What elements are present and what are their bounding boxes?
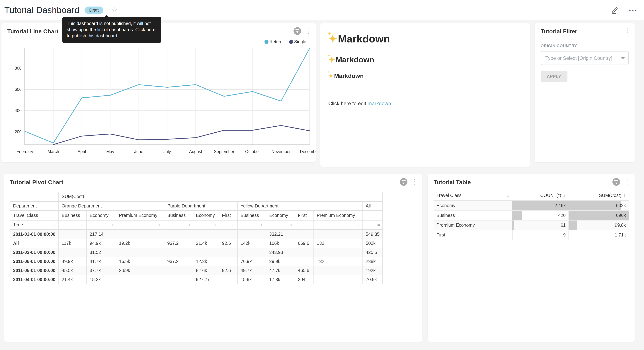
favorite-star-icon[interactable]: ☆ [112,6,118,14]
markdown-h1: ✦✦Markdown [328,33,522,45]
kebab-menu-icon[interactable]: ⋮ [412,179,418,185]
sort-icon[interactable]: ↓↑ [213,222,216,227]
legend-dot [289,40,293,44]
markdown-h2: ✦✦Markdown [328,55,522,64]
sort-carets-icon[interactable]: ⇕ [563,194,566,198]
pivot-sort-cell: ↓↑ [193,220,219,230]
pivot-value-cell: 92.6 [219,266,238,275]
sort-icon[interactable]: ↓↑ [232,222,234,227]
sort-carets-icon[interactable]: ⇕ [623,194,626,198]
pivot-value-cell [164,266,193,275]
pivot-value-cell [295,257,314,266]
markdown-edit-link[interactable]: markdown [368,100,391,106]
pivot-value-cell: 425.5 [363,248,382,257]
sort-icon[interactable]: ↓↑ [53,222,56,227]
pivot-value-cell: 2.69k [116,266,164,275]
pivot-value-cell: 502k [363,239,382,248]
pivot-value-cell: 19.2k [116,239,164,248]
pivot-sort-cell: ↓↑ [58,220,86,230]
pivot-row-dimension: Time↓↑ [10,220,58,230]
svg-text:December: December [300,149,316,154]
sort-carets-icon[interactable]: ⇕ [506,194,510,198]
pivot-sort-cell: ↓≡ [363,220,382,230]
sort-icon[interactable]: ↓↑ [357,222,360,227]
svg-text:February: February [16,149,34,154]
kebab-menu-icon[interactable]: ⋮ [624,27,630,33]
sparkles-icon: ✦✦ [328,56,335,64]
filter-card: Tutorial Filter ⋮ ORIGIN COUNTRY Type or… [535,23,634,162]
chart-legend: ReturnSingle [264,39,306,44]
legend-item-return[interactable]: Return [264,39,282,44]
sum-cell: 696k [568,210,629,220]
count-cell: 61 [512,220,568,230]
line-chart[interactable]: 200400600800FebruaryMarchAprilMayJuneJul… [2,46,316,159]
pivot-data-row: 2011-04-01 00:00:0021.4k15.2k927.7715.9k… [10,275,382,284]
table-row: First91.71k [434,230,629,240]
pivot-value-cell [314,275,363,284]
sort-desc-active-icon[interactable]: ↓≡ [377,222,380,227]
travel-class-cell: First [434,230,512,240]
pivot-table: SUM(Cost)DepartmentOrange DepartmentPurp… [10,192,383,284]
pivot-value-cell: 81.52 [86,248,116,257]
pivot-value-cell: 94.9k [86,239,116,248]
edit-pencil-icon[interactable] [611,6,619,14]
col-header-travel-class[interactable]: Travel Class⇕ [434,191,512,200]
col-header-count[interactable]: COUNT(*)⇕ [512,191,568,200]
sort-icon[interactable]: ↓↑ [260,222,263,227]
pivot-column-header: Premium Economy [314,211,363,220]
pivot-sort-cell: ↓↑ [314,220,363,230]
cross-filter-icon[interactable] [400,178,408,186]
pivot-value-cell [314,230,363,239]
pivot-value-cell: 217.14 [86,230,116,239]
pivot-value-cell [238,248,266,257]
draft-badge[interactable]: Draft [84,6,104,14]
count-cell: 420 [512,210,568,220]
sort-icon[interactable]: ↓↑ [187,222,190,227]
col-header-sum[interactable]: SUM(Cost)⇕ [568,191,629,200]
svg-text:600: 600 [15,87,22,92]
apply-button[interactable]: APPLY [540,71,568,82]
pivot-value-cell: 37.7k [86,266,116,275]
pivot-data-row: All117k94.9k19.2k937.221.4k92.6142k106k6… [10,239,382,248]
sum-cell: 99.8k [568,220,629,230]
legend-label: Single [294,39,306,44]
table-row: Economy2.46k602k [434,200,629,210]
pivot-value-cell [219,230,238,239]
pivot-column-header [363,211,382,220]
svg-text:May: May [106,149,114,154]
pivot-value-cell [164,230,193,239]
sum-cell: 1.71k [568,230,629,240]
svg-text:800: 800 [15,66,22,70]
pivot-value-cell: 92.6 [219,239,238,248]
pivot-column-header: Economy [266,211,295,220]
table-row: Business420696k [434,210,629,220]
legend-item-single[interactable]: Single [289,39,306,44]
origin-country-select[interactable]: Type or Select [Origin Country] [540,51,629,65]
pivot-column-header: Business [164,211,193,220]
pivot-metric-row: SUM(Cost) [10,192,382,201]
pivot-value-cell: 8.16k [193,266,219,275]
pivot-sort-cell: ↓↑ [116,220,164,230]
count-cell: 2.46k [512,200,568,210]
pivot-column-header: Economy [193,211,219,220]
sort-icon[interactable]: ↓↑ [289,222,292,227]
pivot-sort-cell: ↓↑ [295,220,314,230]
pivot-value-cell: 937.2 [164,239,193,248]
pivot-value-cell [116,248,164,257]
sort-icon[interactable]: ↓↑ [81,222,84,227]
select-placeholder: Type or Select [Origin Country] [545,55,619,61]
sort-icon[interactable]: ↓↑ [308,222,310,227]
cross-filter-icon[interactable] [294,27,301,35]
pivot-value-cell [219,257,238,266]
sort-icon[interactable]: ↓↑ [110,222,113,227]
cross-filter-icon[interactable] [612,178,620,186]
sort-icon[interactable]: ↓↑ [158,222,161,227]
pivot-value-cell: 45.5k [58,266,86,275]
pivot-column-header: First [295,211,314,220]
pivot-row-label: 2011-06-01 00:00:00 [10,257,58,266]
pivot-chart-title: Tutorial Pivot Chart [10,179,416,186]
pivot-value-cell: 76.9k [238,257,266,266]
kebab-menu-icon[interactable]: ⋮ [305,28,311,34]
kebab-menu-icon[interactable]: ⋮ [624,179,630,185]
pivot-row-label: 2011-05-01 00:00:00 [10,266,58,275]
